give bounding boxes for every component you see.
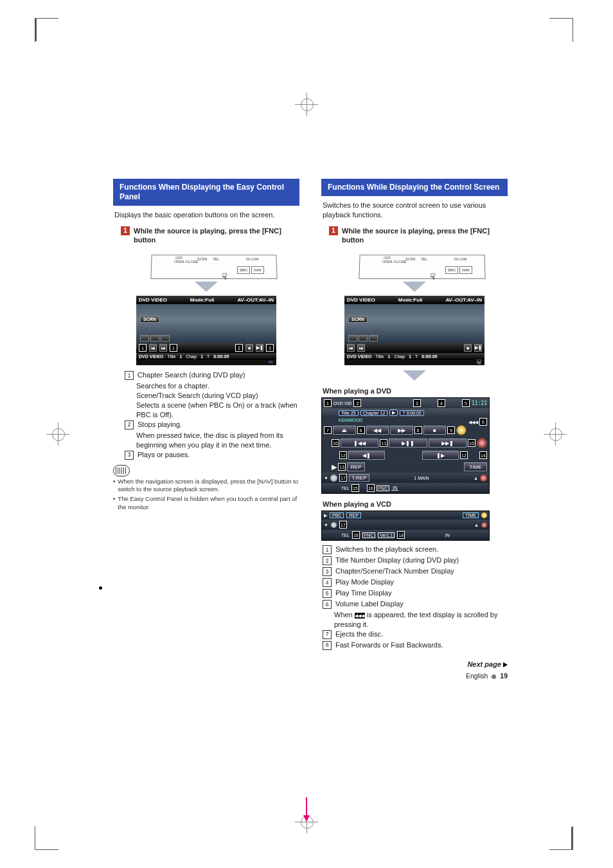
right-triangle-icon — [503, 662, 508, 667]
list-num-4: 4 — [323, 578, 332, 587]
list-num-8: 8 — [323, 641, 332, 650]
dvd-volume-label: KENWOOD — [339, 418, 362, 422]
left-item1-line2: Searches for a chapter. — [136, 381, 298, 391]
dvd-src-label: DVD VID — [333, 401, 351, 406]
disc-icon — [481, 512, 487, 518]
pbc-button: PBC — [330, 512, 344, 518]
dvd-title-label: Title — [341, 411, 350, 415]
r-item6a: Volume Label Display — [335, 599, 506, 609]
callout-1: 1 — [324, 399, 332, 407]
note-1: When the navigation screen is displayed,… — [118, 478, 299, 494]
down-triangle-icon — [403, 282, 426, 292]
registration-mark-left — [50, 426, 66, 442]
callout-15: 15 — [351, 484, 359, 492]
callout-11: 11 — [380, 439, 387, 447]
fold-arrow-icon — [303, 815, 310, 822]
ss-bottom-title: DVD VIDEO — [347, 354, 372, 359]
ss-chap-label: Chap — [186, 354, 197, 359]
crop-mark-tl — [35, 18, 58, 42]
time-button: TIME — [464, 462, 487, 471]
prev-track-icon: ⏮ — [347, 344, 355, 352]
left-numbered-list: 1Chapter Search (during DVD play) Search… — [125, 370, 298, 459]
ver-label: Ver1.1 — [378, 532, 395, 538]
frame-fwd-button: ❚▶ — [422, 451, 459, 460]
scroll-left-icon: ◀◀◀ — [355, 613, 365, 619]
device-src-button: SRC — [445, 266, 458, 274]
up-arrow-icon: ▲ — [474, 476, 478, 480]
step-number-badge: 1 — [329, 226, 338, 235]
play-arrow-icon: ▶ — [332, 463, 337, 471]
callout-14: 14 — [479, 451, 487, 459]
ss-title-label: Title — [376, 354, 384, 359]
hand-pointer-icon: ☟ — [430, 271, 436, 282]
tel-label: TEL — [341, 486, 350, 491]
dvd-chapter-no: 12 — [380, 411, 386, 415]
callout-18: 18 — [352, 531, 360, 539]
dvd-time: 0:00:05 — [406, 411, 421, 415]
next-track-icon: ⏭ — [159, 344, 167, 352]
ss-time: 0:00:05 — [213, 354, 229, 359]
r-item2: Title Number Display (during DVD play) — [335, 556, 506, 565]
note-2: The Easy Control Panel is hidden when yo… — [118, 495, 299, 512]
ss-title: DVD VIDEO — [139, 297, 167, 303]
list-num-3: 3 — [323, 567, 332, 576]
left-item2-line1: Stops playing. — [138, 420, 298, 429]
ss-chap-no: 1 — [409, 354, 411, 359]
left-step-1-text: While the source is playing, press the [… — [134, 226, 298, 245]
ss-in-label: IN — [136, 360, 276, 365]
next-button: ▶▶❚ — [429, 439, 466, 448]
dvd-clock: 11:21 — [472, 401, 487, 406]
dvd-title-no: 25 — [351, 411, 356, 415]
device-illustration-left: OFF OPEN /CLOSE SCRN TEL IN-CAM SRC NAV … — [136, 249, 277, 279]
device-open-label: OPEN /CLOSE — [174, 260, 198, 264]
in-label: IN — [407, 533, 487, 538]
left-intro: Displays the basic operation buttons on … — [114, 210, 298, 220]
fnc-label: FNC — [377, 485, 389, 491]
side-knob-icon — [456, 425, 466, 435]
callout-4: 4 — [438, 399, 445, 407]
footer-language: English — [466, 672, 488, 680]
up-arrow-icon: ▲ — [474, 523, 479, 527]
callout-13: 13 — [338, 463, 346, 471]
bullet-icon — [492, 674, 496, 679]
list-num-5: 5 — [323, 589, 332, 598]
callout-17: 17 — [339, 521, 347, 529]
callout-17: 17 — [339, 474, 347, 482]
list-num-1: 1 — [125, 371, 134, 380]
ss-mode: Mode:Full — [398, 297, 423, 303]
ss-time: 0:00:05 — [422, 354, 437, 359]
play-pause-icon: ▶❚ — [256, 344, 263, 352]
callout-3: 3 — [266, 344, 274, 352]
scrn-button: SCRN — [348, 316, 368, 323]
list-num-3: 3 — [125, 451, 134, 460]
callout-1b: 1 — [170, 344, 177, 352]
callout-7: 7 — [324, 426, 332, 434]
dvd-control-screenshot: 1 DVD VID 2 3 4 5 11:21 Title 25 Chapter… — [321, 397, 490, 494]
hand-pointer-icon: ☟ — [222, 271, 227, 282]
hand-pointer-icon: ☟ — [476, 357, 482, 368]
device-tel-label: TEL — [213, 257, 219, 261]
ss-title: DVD VIDEO — [347, 297, 375, 303]
left-step-1: 1 While the source is playing, press the… — [121, 226, 298, 245]
down-arrow-icon: ▼ — [324, 476, 328, 480]
control-screenshot: DVD VIDEO Mode:Full AV–OUT:AV–IN SCRN ⏮ … — [344, 296, 484, 365]
subhead-vcd: When playing a VCD — [323, 500, 506, 508]
device-nav-button: NAV — [459, 266, 472, 274]
left-notes: •When the navigation screen is displayed… — [113, 478, 299, 512]
r-item8: Fast Forwards or Fast Backwards. — [335, 640, 506, 650]
rep-button: REP — [346, 512, 360, 518]
play-arrow-icon: ▶ — [324, 513, 327, 518]
ss-bottom-title: DVD VIDEO — [139, 354, 164, 359]
ss-title-no: 1 — [179, 354, 182, 359]
page: Functions When Displaying the Easy Contr… — [0, 0, 613, 868]
left-item1-line3: Scene/Track Search (during VCD play) — [136, 391, 298, 401]
callout-9: 9 — [447, 426, 455, 434]
left-column: Functions When Displaying the Easy Contr… — [113, 179, 299, 680]
in-label: IN — [391, 485, 398, 491]
easy-panel-screenshot: DVD VIDEO Mode:Full AV–OUT:AV–IN SCRN 1 … — [136, 296, 276, 365]
ss-title-label: Title — [168, 354, 176, 359]
callout-18b: 18 — [397, 531, 405, 539]
frame-back-button: ◀❚ — [348, 451, 385, 460]
trep-button: T.REP — [349, 474, 369, 482]
crop-mark-bl — [35, 826, 58, 850]
